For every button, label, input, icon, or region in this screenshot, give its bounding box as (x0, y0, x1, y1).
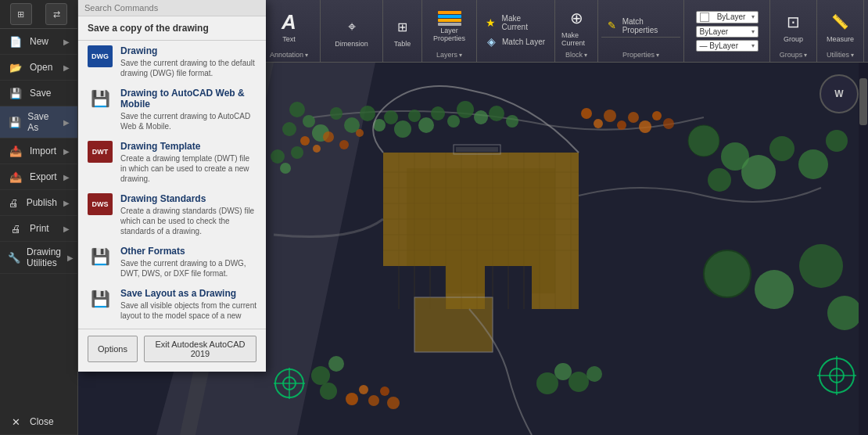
scrollbar-thumb[interactable] (859, 78, 867, 125)
svg-point-62 (741, 155, 776, 189)
text-label: Text (282, 35, 296, 43)
export-label: Export (30, 171, 57, 182)
dropdown-item-web-mobile[interactable]: 💾 Drawing to AutoCAD Web & Mobile Save t… (78, 83, 266, 136)
linetype-dropdown[interactable]: ByLayer ▾ (696, 26, 759, 38)
match-layer-icon: ◈ (483, 35, 499, 48)
toolbar-dimension-group: ⌖ Dimension (321, 0, 383, 62)
save-as-label: Save As (27, 111, 57, 133)
save-as-icon: 💾 (8, 114, 21, 130)
close-label: Close (30, 416, 54, 427)
sidebar-switch-btn[interactable]: ⇄ (45, 3, 67, 25)
dropdown-item-template[interactable]: DWT Drawing Template Create a drawing te… (78, 136, 266, 189)
save-label: Save (30, 88, 51, 99)
standards-item-text: Drawing Standards Create a drawing stand… (120, 193, 256, 236)
table-button[interactable]: ⊞ Table (387, 13, 418, 49)
print-arrow: ▶ (63, 225, 70, 233)
other-formats-icon: 💾 (88, 246, 113, 268)
svg-point-34 (300, 136, 310, 146)
sidebar-item-drawing-utilities[interactable]: 🔧 Drawing Utilities ▶ (0, 242, 77, 274)
dropdown-item-other-formats[interactable]: 💾 Other Formats Save the current drawing… (78, 241, 266, 283)
options-button[interactable]: Options (88, 336, 138, 362)
group-button[interactable]: ⊡ Group (778, 8, 809, 45)
svg-point-35 (313, 145, 321, 153)
svg-point-51 (581, 108, 592, 119)
drawing-desc: Save the current drawing to the default … (120, 58, 256, 78)
svg-rect-6 (414, 297, 493, 352)
measure-label: Measure (827, 35, 854, 43)
web-mobile-desc: Save the current drawing to AutoCAD Web … (120, 111, 256, 131)
svg-point-67 (755, 270, 794, 309)
svg-point-37 (339, 140, 349, 149)
svg-point-31 (271, 149, 285, 164)
drawing-item-text: Drawing Save the current drawing to the … (120, 45, 256, 78)
svg-point-63 (769, 136, 794, 161)
sidebar-item-publish[interactable]: 🖨 Publish ▶ (0, 190, 77, 216)
color-chevron: ▾ (751, 13, 755, 20)
svg-point-50 (506, 115, 518, 128)
measure-button[interactable]: 📏 Measure (823, 8, 857, 45)
insert-button[interactable]: ⊕ Make Current (558, 4, 594, 49)
svg-point-56 (639, 120, 651, 133)
color-dropdown[interactable]: ByLayer ▾ (696, 11, 759, 23)
save-layout-icon: 💾 (88, 288, 113, 310)
dws-icon: DWS (88, 193, 113, 215)
sidebar-item-close[interactable]: ✕ Close (0, 409, 77, 435)
dropdown-item-drawing[interactable]: DWG Drawing Save the current drawing to … (78, 41, 266, 83)
search-input[interactable] (78, 0, 266, 16)
vertical-scrollbar[interactable] (859, 63, 868, 435)
other-formats-desc: Save the current drawing to a DWG, DWT, … (120, 258, 256, 279)
web-mobile-item-text: Drawing to AutoCAD Web & Mobile Save the… (120, 88, 256, 131)
dimension-button[interactable]: ⌖ Dimension (332, 13, 371, 49)
layers-footer: Layers ▾ (425, 51, 473, 60)
svg-point-66 (704, 250, 751, 297)
svg-point-39 (360, 106, 375, 121)
save-icon: 💾 (8, 85, 23, 101)
svg-point-90 (586, 366, 602, 382)
sidebar-item-print[interactable]: 🖨 Print ▶ (0, 216, 77, 242)
svg-point-38 (356, 129, 364, 137)
layer-properties-button[interactable]: Layer Properties (425, 9, 473, 44)
sidebar-item-new[interactable]: 📄 New ▶ (0, 29, 77, 55)
match-properties-button[interactable]: ✎ Match Properties (601, 16, 680, 36)
sidebar-item-export[interactable]: 📤 Export ▶ (0, 164, 77, 190)
measure-icon: 📏 (827, 9, 852, 34)
dropdown-item-standards[interactable]: DWS Drawing Standards Create a drawing s… (78, 189, 266, 241)
sidebar-item-import[interactable]: 📥 Import ▶ (0, 138, 77, 164)
sidebar-item-save-as[interactable]: 💾 Save As ▶ (0, 106, 77, 138)
new-label: New (30, 36, 48, 47)
sidebar-item-save[interactable]: 💾 Save (0, 81, 77, 106)
text-button[interactable]: A Text (274, 8, 305, 45)
match-layer-button[interactable]: ◈ Match Layer (480, 34, 548, 49)
publish-label: Publish (27, 197, 57, 208)
toolbar-layer-tools-group: ★ Make Current ◈ Match Layer (477, 0, 555, 62)
exit-button[interactable]: Exit Autodesk AutoCAD 2019 (144, 336, 256, 362)
svg-point-57 (652, 111, 662, 120)
svg-point-83 (387, 397, 400, 409)
toolbar-table-group: ⊞ Table (383, 0, 422, 62)
sidebar-home-btn[interactable]: ⊞ (10, 3, 32, 25)
toolbar-text-group: A Text Annotation ▾ (258, 0, 321, 62)
toolbar-insert-group: ⊕ Make Current Block ▾ (555, 0, 598, 62)
import-arrow: ▶ (63, 147, 70, 156)
drawing-utilities-arrow: ▶ (67, 253, 74, 262)
sidebar-item-open[interactable]: 📂 Open ▶ (0, 55, 77, 81)
linetype-chevron: ▾ (751, 28, 755, 35)
match-layer-label: Match Layer (502, 38, 545, 46)
svg-rect-92 (456, 147, 498, 152)
make-current-button[interactable]: ★ Make Current (480, 13, 551, 33)
save-layout-item-text: Save Layout as a Drawing Save all visibl… (120, 288, 256, 321)
drawing-title: Drawing (120, 45, 256, 56)
lineweight-dropdown[interactable]: — ByLayer ▾ (696, 40, 759, 52)
match-properties-icon: ✎ (604, 20, 619, 32)
svg-point-45 (431, 106, 445, 120)
template-title: Drawing Template (120, 141, 256, 152)
svg-point-87 (536, 372, 558, 394)
standards-title: Drawing Standards (120, 193, 256, 204)
dropdown-header: Save a copy of the drawing (78, 16, 266, 41)
web-mobile-title: Drawing to AutoCAD Web & Mobile (120, 88, 256, 110)
dropdown-item-save-layout[interactable]: 💾 Save Layout as a Drawing Save all visi… (78, 283, 266, 325)
toolbar-paste-section: 📋 Paste Clipboard ▾ (864, 0, 868, 62)
template-item-text: Drawing Template Create a drawing templa… (120, 141, 256, 184)
utilities-footer: Utilities ▾ (820, 51, 860, 60)
groups-footer: Groups ▾ (773, 51, 813, 60)
